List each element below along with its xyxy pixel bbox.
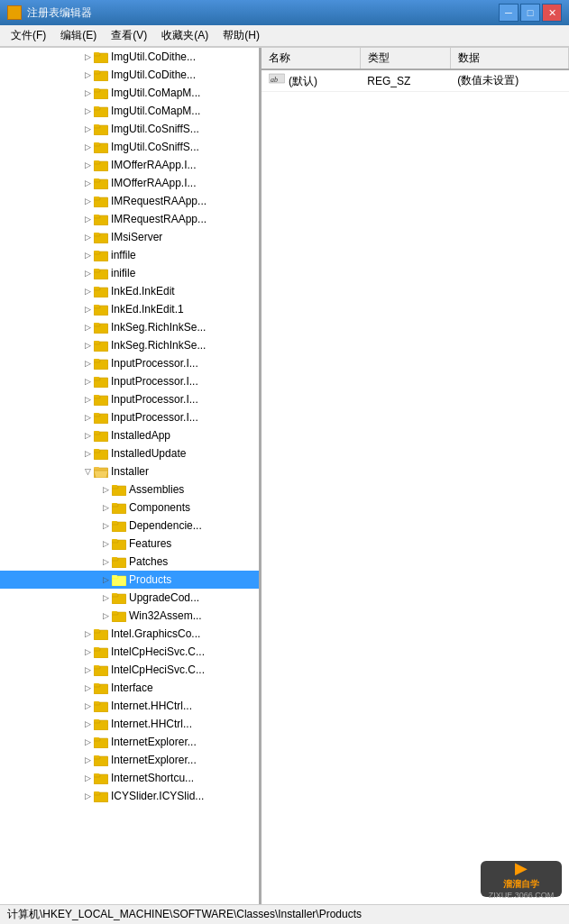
tree-item-imofferaa2[interactable]: ▷ IMOfferRAApp.I... <box>0 174 259 192</box>
expand-icon[interactable]: ▷ <box>81 790 94 802</box>
tree-item-installedupdate[interactable]: ▷ InstalledUpdate <box>0 444 259 462</box>
menu-item-h[interactable]: 帮助(H) <box>216 26 267 46</box>
expand-icon[interactable]: ▷ <box>99 591 112 604</box>
tree-item-upgradecod[interactable]: ▷ UpgradeCod... <box>0 589 259 607</box>
menu-item-v[interactable]: 查看(V) <box>104 26 154 46</box>
close-button[interactable]: ✕ <box>542 4 562 22</box>
tree-item-win32assem[interactable]: ▷ Win32Assem... <box>0 607 259 625</box>
expand-icon[interactable]: ▷ <box>99 537 112 550</box>
expand-icon[interactable]: ▷ <box>81 123 94 135</box>
tree-item-dependencies[interactable]: ▷ Dependencie... <box>0 517 259 535</box>
tree-item-intelcpheci1[interactable]: ▷ IntelCpHeciSvc.C... <box>0 643 259 661</box>
tree-item-intelgraphics[interactable]: ▷ Intel.GraphicsCo... <box>0 625 259 643</box>
tree-item-internethh2[interactable]: ▷ Internet.HHCtrl... <box>0 715 259 733</box>
expand-icon[interactable]: ▷ <box>81 249 94 261</box>
tree-item-inputproc1[interactable]: ▷ InputProcessor.I... <box>0 354 259 372</box>
folder-icon <box>94 177 108 189</box>
tree-item-inifile[interactable]: ▷ inifile <box>0 264 259 282</box>
expand-icon[interactable]: ▷ <box>81 231 94 243</box>
tree-item-internetshortcut[interactable]: ▷ InternetShortcu... <box>0 769 259 787</box>
expand-icon[interactable]: ▷ <box>81 393 94 406</box>
tree-item-installer[interactable]: ▽ Installer <box>0 462 259 480</box>
expand-icon[interactable]: ▷ <box>99 555 112 568</box>
expand-icon[interactable]: ▷ <box>81 375 94 388</box>
svg-rect-89 <box>112 575 117 577</box>
tree-item-icyslider[interactable]: ▷ ICYSlider.ICYSlid... <box>0 787 259 805</box>
tree-item-label: InputProcessor.I... <box>111 411 198 424</box>
tree-item-imgutil5[interactable]: ▷ ImgUtil.CoSniffS... <box>0 120 259 138</box>
menu-item-a[interactable]: 收藏夹(A) <box>154 26 216 46</box>
collapse-icon[interactable]: ▽ <box>81 465 94 478</box>
expand-icon[interactable]: ▷ <box>81 700 94 712</box>
expand-icon[interactable]: ▷ <box>81 303 94 316</box>
expand-icon[interactable]: ▷ <box>81 321 94 334</box>
tree-item-imgutil6[interactable]: ▷ ImgUtil.CoSniffS... <box>0 138 259 156</box>
tree-item-inputproc2[interactable]: ▷ InputProcessor.I... <box>0 372 259 390</box>
expand-icon[interactable]: ▷ <box>99 609 112 622</box>
tree-item-imgutil4[interactable]: ▷ ImgUtil.CoMapM... <box>0 102 259 120</box>
table-row[interactable]: ab (默认)REG_SZ(数值未设置) <box>262 69 569 92</box>
tree-item-inffile[interactable]: ▷ inffile <box>0 246 259 264</box>
tree-item-features[interactable]: ▷ Features <box>0 535 259 553</box>
minimize-button[interactable]: ─ <box>499 4 519 22</box>
tree-item-inkseg1[interactable]: ▷ InkSeg.RichInkSe... <box>0 318 259 336</box>
tree-item-inkseg2[interactable]: ▷ InkSeg.RichInkSe... <box>0 336 259 354</box>
col-type: 类型 <box>360 48 450 69</box>
menu-item-e[interactable]: 编辑(E) <box>53 26 104 46</box>
menu-item-f[interactable]: 文件(F) <box>4 26 53 46</box>
tree-item-interface[interactable]: ▷ Interface <box>0 679 259 697</box>
tree-item-assemblies[interactable]: ▷ Assemblies <box>0 480 259 499</box>
tree-item-imgutil1[interactable]: ▷ ImgUtil.CoDithe... <box>0 48 259 66</box>
expand-icon[interactable]: ▷ <box>81 105 94 117</box>
expand-icon[interactable]: ▷ <box>81 285 94 297</box>
expand-icon[interactable]: ▷ <box>81 736 94 748</box>
expand-icon[interactable]: ▷ <box>81 267 94 279</box>
tree-item-imofferaa1[interactable]: ▷ IMOfferRAApp.I... <box>0 156 259 174</box>
expand-icon[interactable]: ▷ <box>81 645 94 658</box>
expand-icon[interactable]: ▷ <box>81 339 94 352</box>
tree-item-inputproc3[interactable]: ▷ InputProcessor.I... <box>0 390 259 408</box>
expand-icon[interactable]: ▷ <box>81 772 94 784</box>
tree-item-imgutil3[interactable]: ▷ ImgUtil.CoMapM... <box>0 84 259 102</box>
expand-icon[interactable]: ▷ <box>81 87 94 99</box>
expand-icon[interactable]: ▷ <box>81 411 94 424</box>
tree-item-installedapp[interactable]: ▷ InstalledApp <box>0 426 259 444</box>
tree-item-inputproc4[interactable]: ▷ InputProcessor.I... <box>0 408 259 426</box>
tree-item-imsiserver[interactable]: ▷ IMsiServer <box>0 228 259 246</box>
expand-icon[interactable]: ▷ <box>81 195 94 207</box>
tree-item-internetexplorer2[interactable]: ▷ InternetExplorer... <box>0 751 259 769</box>
expand-icon[interactable]: ▷ <box>81 718 94 730</box>
tree-item-label: UpgradeCod... <box>129 591 199 604</box>
tree-item-inked1[interactable]: ▷ InkEd.InkEdit <box>0 282 259 300</box>
expand-icon[interactable]: ▷ <box>81 663 94 676</box>
tree-item-internetexplorer1[interactable]: ▷ InternetExplorer... <box>0 733 259 751</box>
tree-item-inked2[interactable]: ▷ InkEd.InkEdit.1 <box>0 300 259 318</box>
svg-rect-8 <box>94 88 99 90</box>
expand-icon[interactable]: ▷ <box>81 754 94 766</box>
expand-icon[interactable]: ▷ <box>81 357 94 370</box>
expand-icon[interactable]: ▷ <box>81 213 94 225</box>
tree-item-imreqraa1[interactable]: ▷ IMRequestRAApp... <box>0 192 259 210</box>
expand-icon[interactable]: ▷ <box>81 177 94 189</box>
expand-icon[interactable]: ▷ <box>99 501 112 514</box>
expand-icon[interactable]: ▷ <box>99 573 112 586</box>
expand-icon[interactable]: ▷ <box>81 682 94 694</box>
expand-icon[interactable]: ▷ <box>81 50 94 63</box>
expand-icon[interactable]: ▷ <box>81 447 94 460</box>
tree-item-internethh1[interactable]: ▷ Internet.HHCtrl... <box>0 697 259 715</box>
tree-panel[interactable]: ▷ ImgUtil.CoDithe...▷ ImgUtil.CoDithe...… <box>0 48 262 904</box>
tree-item-intelcpheci2[interactable]: ▷ IntelCpHeciSvc.C... <box>0 661 259 679</box>
tree-item-products[interactable]: ▷ Products <box>0 571 259 589</box>
tree-item-patches[interactable]: ▷ Patches <box>0 553 259 571</box>
expand-icon[interactable]: ▷ <box>99 519 112 532</box>
expand-icon[interactable]: ▷ <box>81 627 94 640</box>
expand-icon[interactable]: ▷ <box>81 159 94 171</box>
expand-icon[interactable]: ▷ <box>81 429 94 442</box>
expand-icon[interactable]: ▷ <box>81 141 94 153</box>
maximize-button[interactable]: □ <box>520 4 540 22</box>
expand-icon[interactable]: ▷ <box>81 69 94 81</box>
tree-item-components[interactable]: ▷ Components <box>0 499 259 517</box>
tree-item-imgutil2[interactable]: ▷ ImgUtil.CoDithe... <box>0 66 259 84</box>
expand-icon[interactable]: ▷ <box>99 483 112 496</box>
tree-item-imreqraa2[interactable]: ▷ IMRequestRAApp... <box>0 210 259 228</box>
